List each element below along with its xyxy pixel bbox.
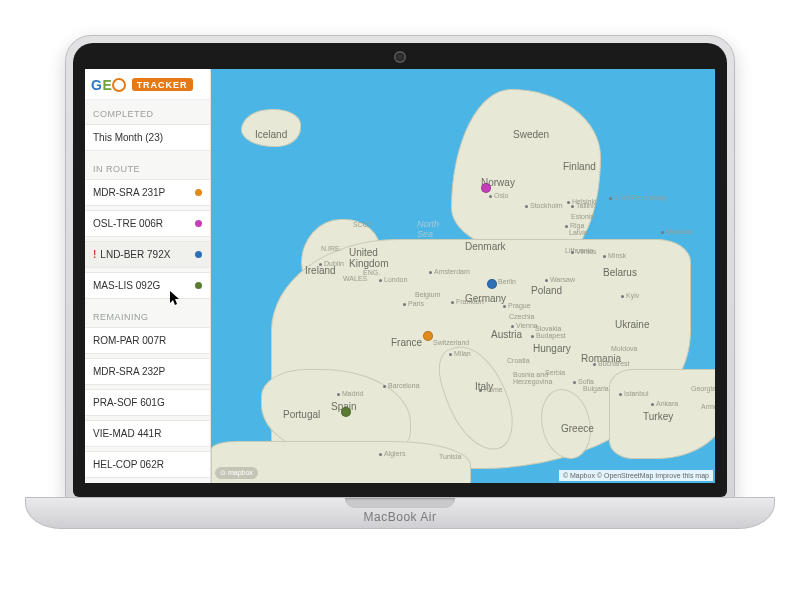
completed-label: This Month (23) [93,132,202,143]
remaining-label: ROM-PAR 007R [93,335,202,346]
city-dot-icon [567,201,570,204]
route-label: OSL-TRE 006R [93,218,189,229]
city-dot-icon [651,403,654,406]
route-label: MDR-SRA 231P [93,187,189,198]
attribution-text: © Mapbox © OpenStreetMap Improve this ma… [563,472,709,479]
city-dot-icon [449,353,452,356]
city-dot-icon [621,295,624,298]
city-dot-icon [489,195,492,198]
city-dot-icon [379,453,382,456]
city-dot-icon [619,393,622,396]
route-marker-icon[interactable] [481,183,491,193]
laptop-notch [345,498,455,508]
route-label: LND-BER 792X [100,249,189,260]
section-remaining-header: REMAINING [85,303,210,327]
status-dot-icon [195,282,202,289]
map-canvas[interactable]: IcelandNorwaySwedenFinlandUnited Kingdom… [211,69,715,483]
route-marker-icon[interactable] [341,407,351,417]
completed-this-month[interactable]: This Month (23) [85,124,210,151]
screen: GE TRACKER COMPLETED This Month (23) IN … [85,69,715,483]
route-label: MAS-LIS 092G [93,280,189,291]
mapbox-logo: ⊙ mapbox [215,467,258,479]
land-anatolia [609,369,715,459]
camera-icon [396,53,404,61]
city-dot-icon [525,205,528,208]
route-row-mas-lis-092g[interactable]: MAS-LIS 092G [85,272,210,299]
app: GE TRACKER COMPLETED This Month (23) IN … [85,69,715,483]
city-dot-icon [383,385,386,388]
logo-o-icon [112,78,126,92]
laptop-brand: MacBook Air [364,510,437,524]
route-row-mdr-sra-231p[interactable]: MDR-SRA 231P [85,179,210,206]
route-marker-icon[interactable] [487,279,497,289]
remaining-row-mdr-sra-232p[interactable]: MDR-SRA 232P [85,358,210,385]
status-dot-icon [195,220,202,227]
remaining-row-pra-sof-601g[interactable]: PRA-SOF 601G [85,389,210,416]
city-dot-icon [451,301,454,304]
city-dot-icon [573,381,576,384]
city-dot-icon [593,363,596,366]
route-row-osl-tre-006r[interactable]: OSL-TRE 006R [85,210,210,237]
land-iceland [241,109,301,147]
logo-g: G [91,77,102,93]
remaining-row-rom-par-007r[interactable]: ROM-PAR 007R [85,327,210,354]
city-dot-icon [337,393,340,396]
city-dot-icon [661,231,664,234]
city-dot-icon [503,305,506,308]
city-dot-icon [565,225,568,228]
city-dot-icon [479,389,482,392]
laptop-base: MacBook Air [25,497,775,529]
remaining-label: VIE-MAD 441R [93,428,202,439]
remaining-label: MDR-SRA 232P [93,366,202,377]
city-dot-icon [319,263,322,266]
remaining-label: HEL-COP 062R [93,459,202,470]
city-dot-icon [571,205,574,208]
sea-label: North Sea [417,219,439,239]
app-logo: GE TRACKER [85,69,210,100]
logo-e: E [102,77,112,93]
city-dot-icon [429,271,432,274]
map-attribution[interactable]: © Mapbox © OpenStreetMap Improve this ma… [559,470,713,481]
laptop-frame: GE TRACKER COMPLETED This Month (23) IN … [25,35,775,565]
remaining-row-hel-cop-062r[interactable]: HEL-COP 062R [85,451,210,478]
route-marker-icon[interactable] [423,331,433,341]
city-dot-icon [603,255,606,258]
city-dot-icon [545,279,548,282]
city-dot-icon [571,251,574,254]
city-dot-icon [379,279,382,282]
city-dot-icon [511,325,514,328]
city-dot-icon [403,303,406,306]
city-label: Moscow [666,228,692,235]
alert-icon: ! [93,249,96,260]
status-dot-icon [195,189,202,196]
section-completed-header: COMPLETED [85,100,210,124]
status-dot-icon [195,251,202,258]
city-label: Saint Petersburg [614,194,666,201]
sidebar: GE TRACKER COMPLETED This Month (23) IN … [85,69,211,483]
logo-tracker: TRACKER [132,78,193,91]
remaining-label: PRA-SOF 601G [93,397,202,408]
city-dot-icon [609,197,612,200]
city-dot-icon [531,335,534,338]
land-scandinavia [451,89,601,259]
section-inroute-header: IN ROUTE [85,155,210,179]
remaining-row-vie-mad-441r[interactable]: VIE-MAD 441R [85,420,210,447]
route-row-lnd-ber-792x[interactable]: !LND-BER 792X [85,241,210,268]
